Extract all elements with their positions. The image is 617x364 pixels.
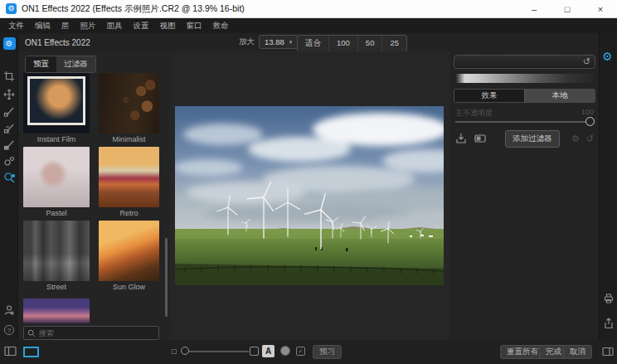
effects-module-icon[interactable]: ⚙ <box>602 50 613 63</box>
add-filter-button[interactable]: 添加过滤器 <box>505 130 560 148</box>
preset-label: Street <box>23 283 90 291</box>
preview-button[interactable]: 预习 <box>313 345 342 359</box>
menu-mask[interactable]: 面具 <box>107 21 123 32</box>
mask-view-icon[interactable] <box>474 133 487 144</box>
master-opacity-row: 主不透明度 100 <box>455 108 594 119</box>
menu-layers[interactable]: 层 <box>61 21 70 32</box>
left-tool-strip: ⚙ ? <box>0 33 18 364</box>
photo-windmills[interactable] <box>175 106 444 285</box>
window-controls: – □ × <box>517 0 617 17</box>
maximize-button[interactable]: □ <box>551 0 584 17</box>
menu-photo[interactable]: 照片 <box>80 21 96 32</box>
view-zoom-tool-icon[interactable] <box>2 171 16 184</box>
move-tool-icon[interactable] <box>2 88 16 101</box>
account-icon[interactable] <box>2 303 16 317</box>
title-bar: ⚙ ON1 Effects 2022 (Effects 示例照片.CR2 @ 1… <box>0 0 617 18</box>
app-logo-icon: ⚙ <box>6 3 17 14</box>
zoom-50-button[interactable]: 50 <box>357 36 382 51</box>
preset-thumbnail-retro[interactable] <box>99 147 159 207</box>
panel-toggle-left-icon[interactable] <box>4 346 17 357</box>
tab-presets[interactable]: 预置 <box>26 56 56 72</box>
tab-effects[interactable]: 效果 <box>454 90 524 102</box>
on1-logo-icon: ⚙ <box>2 36 16 50</box>
canvas-area <box>170 51 450 340</box>
fit-button[interactable]: 适合 <box>298 36 328 51</box>
preset-filter-tabs: 预置 过滤器 <box>25 56 96 73</box>
on1-effects-window: ⚙ ON1 Effects 2022 (Effects 示例照片.CR2 @ 1… <box>0 0 617 364</box>
tab-filters[interactable]: 过滤器 <box>56 56 95 72</box>
minimize-button[interactable]: – <box>517 0 551 17</box>
menu-help[interactable]: 救命 <box>213 21 229 32</box>
menu-settings[interactable]: 设置 <box>134 21 149 32</box>
preset-thumbnail-instant-film[interactable] <box>23 73 90 133</box>
menu-file[interactable]: 文件 <box>8 21 24 32</box>
effects-local-tabs: 效果 本地 <box>454 89 595 103</box>
preset-thumbnail-pastel[interactable] <box>23 147 90 207</box>
preset-label: Minimalist <box>99 135 159 143</box>
tab-local[interactable]: 本地 <box>524 90 595 102</box>
print-icon[interactable] <box>602 292 615 305</box>
export-share-icon[interactable] <box>602 317 615 330</box>
soft-proof-icon[interactable]: ✓ <box>296 347 305 356</box>
gradient-mask-tool-icon[interactable] <box>2 138 16 151</box>
preset-thumbnail-sun-glow[interactable] <box>99 221 159 281</box>
filmstrip-toggle-icon[interactable] <box>23 347 39 357</box>
filter-actions-row: 添加过滤器 ⚙ ↺ <box>455 131 594 146</box>
right-tool-strip: ⚙ <box>599 33 617 364</box>
effects-panel: ↺ 效果 本地 主不透明度 100 添加过滤器 ⚙ ↺ <box>450 51 599 364</box>
reset-icon[interactable]: ↺ <box>583 57 590 66</box>
preset-thumbnail-minimalist[interactable] <box>99 73 159 133</box>
search-input[interactable] <box>39 329 158 337</box>
bottom-bar: A ✓ 预习 重置所有 完成 取消 <box>0 340 617 364</box>
preview-mode-a-icon[interactable]: A <box>262 345 274 357</box>
mask-overlay-icon[interactable] <box>280 346 290 356</box>
menu-view[interactable]: 视图 <box>160 21 176 32</box>
reset-icon[interactable]: ↺ <box>586 133 594 144</box>
applied-preset-strip[interactable]: ↺ <box>454 55 595 69</box>
preset-label: Sun Glow <box>99 283 159 291</box>
fit-zoom-presets: 适合 100 50 25 <box>297 35 407 52</box>
menu-edit[interactable]: 编辑 <box>35 21 51 32</box>
cancel-button[interactable]: 取消 <box>563 345 592 359</box>
zoom-out-icon[interactable] <box>172 349 177 354</box>
filter-options: ⚙ ↺ <box>571 133 594 144</box>
preset-label: Instant Film <box>23 135 90 143</box>
preset-label: Retro <box>99 209 159 217</box>
preset-label: Pastel <box>23 209 90 217</box>
zoom-label: 放大 <box>239 36 255 47</box>
preset-thumbnail-partial[interactable] <box>23 298 90 323</box>
close-button[interactable]: × <box>584 0 617 17</box>
panel-toggle-bottom-icon[interactable] <box>602 347 614 357</box>
preview-zoom-slider[interactable] <box>189 351 249 352</box>
master-opacity-slider[interactable] <box>455 121 588 123</box>
zoom-25-button[interactable]: 25 <box>381 36 406 51</box>
preset-scrollbar[interactable] <box>165 238 168 317</box>
preview-zoom-knob[interactable] <box>181 347 189 355</box>
masking-brush-tool-icon[interactable] <box>2 121 16 134</box>
chevron-down-icon: ▾ <box>289 39 293 46</box>
presets-panel: 预置 过滤器 Instant Film Minimalist Pastel Re… <box>18 51 170 364</box>
master-opacity-label: 主不透明度 <box>455 108 493 119</box>
search-icon <box>27 329 36 337</box>
menu-bar: 文件 编辑 层 照片 面具 设置 视图 窗口 救命 <box>0 18 617 33</box>
import-icon[interactable] <box>455 133 467 144</box>
top-toolbar: ON1 Effects 2022 放大 13.88 ▾ 适合 100 50 25 <box>18 33 599 51</box>
zoom-value-dropdown[interactable]: 13.88 ▾ <box>259 35 298 49</box>
module-title: ON1 Effects 2022 <box>25 38 90 47</box>
crop-tool-icon[interactable] <box>2 70 16 83</box>
window-title: ON1 Effects 2022 (Effects 示例照片.CR2 @ 13.… <box>22 3 245 15</box>
help-icon[interactable]: ? <box>2 323 16 337</box>
zoom-value: 13.88 <box>265 37 284 46</box>
zoom-control: 放大 13.88 ▾ <box>239 35 298 49</box>
zoom-100-button[interactable]: 100 <box>328 36 357 51</box>
gear-icon[interactable]: ⚙ <box>571 133 580 144</box>
adjust-brush-tool-icon[interactable] <box>2 104 16 118</box>
preset-thumbnail-street[interactable] <box>23 221 90 281</box>
reset-all-button[interactable]: 重置所有 <box>500 345 545 359</box>
master-opacity-knob[interactable] <box>585 117 595 126</box>
blur-circles-tool-icon[interactable] <box>2 154 16 167</box>
preset-search <box>23 326 159 340</box>
menu-window[interactable]: 窗口 <box>187 21 202 32</box>
histogram <box>455 74 594 83</box>
compare-original-icon[interactable] <box>250 347 259 356</box>
